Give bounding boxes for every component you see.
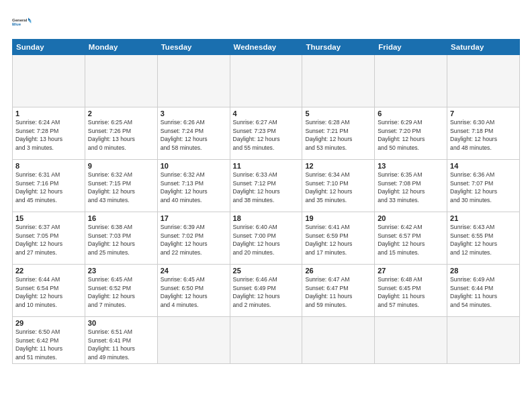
calendar-table: SundayMondayTuesdayWednesdayThursdayFrid… (12, 39, 520, 364)
day-info: Sunrise: 6:35 AM Sunset: 7:08 PM Dayligh… (378, 171, 444, 204)
svg-marker-3 (28, 20, 31, 23)
day-cell-4: 4Sunrise: 6:27 AM Sunset: 7:23 PM Daylig… (230, 107, 302, 160)
day-cell-10: 10Sunrise: 6:32 AM Sunset: 7:13 PM Dayli… (157, 160, 230, 212)
day-info: Sunrise: 6:28 AM Sunset: 7:21 PM Dayligh… (305, 118, 371, 152)
day-number: 27 (378, 267, 444, 275)
day-info: Sunrise: 6:27 AM Sunset: 7:23 PM Dayligh… (233, 118, 300, 152)
day-info: Sunrise: 6:43 AM Sunset: 6:55 PM Dayligh… (450, 223, 517, 257)
day-number: 9 (88, 162, 154, 170)
page: GeneralBlue SundayMondayTuesdayWednesday… (0, 0, 532, 411)
calendar-header-row: SundayMondayTuesdayWednesdayThursdayFrid… (13, 40, 520, 55)
day-number: 8 (15, 162, 82, 170)
day-number: 30 (88, 319, 154, 327)
day-cell-11: 11Sunrise: 6:33 AM Sunset: 7:12 PM Dayli… (230, 160, 302, 212)
day-cell-26: 26Sunrise: 6:47 AM Sunset: 6:47 PM Dayli… (302, 265, 375, 317)
week-row-4: 15Sunrise: 6:37 AM Sunset: 7:05 PM Dayli… (13, 212, 520, 265)
week-row-2: 1Sunrise: 6:24 AM Sunset: 7:28 PM Daylig… (13, 107, 520, 160)
day-info: Sunrise: 6:36 AM Sunset: 7:07 PM Dayligh… (450, 171, 517, 204)
day-cell-25: 25Sunrise: 6:46 AM Sunset: 6:49 PM Dayli… (230, 265, 302, 317)
svg-text:General: General (12, 18, 28, 22)
day-cell-24: 24Sunrise: 6:45 AM Sunset: 6:50 PM Dayli… (157, 265, 230, 317)
day-cell-12: 12Sunrise: 6:34 AM Sunset: 7:10 PM Dayli… (302, 160, 375, 212)
day-info: Sunrise: 6:38 AM Sunset: 7:03 PM Dayligh… (88, 223, 154, 257)
day-info: Sunrise: 6:40 AM Sunset: 7:00 PM Dayligh… (233, 223, 300, 257)
day-info: Sunrise: 6:45 AM Sunset: 6:52 PM Dayligh… (88, 275, 154, 309)
day-number: 28 (450, 267, 517, 275)
day-number: 1 (15, 109, 82, 118)
day-cell-1: 1Sunrise: 6:24 AM Sunset: 7:28 PM Daylig… (13, 107, 85, 160)
day-number: 24 (161, 267, 227, 275)
day-info: Sunrise: 6:39 AM Sunset: 7:02 PM Dayligh… (161, 223, 227, 257)
day-number: 29 (15, 319, 82, 327)
day-cell-29: 29Sunrise: 6:50 AM Sunset: 6:42 PM Dayli… (13, 317, 85, 364)
day-cell-21: 21Sunrise: 6:43 AM Sunset: 6:55 PM Dayli… (447, 212, 520, 265)
day-number: 20 (378, 214, 444, 222)
day-cell-22: 22Sunrise: 6:44 AM Sunset: 6:54 PM Dayli… (13, 265, 85, 317)
empty-cell (302, 55, 375, 107)
col-header-thursday: Thursday (302, 40, 375, 55)
week-row-3: 8Sunrise: 6:31 AM Sunset: 7:16 PM Daylig… (13, 160, 520, 212)
day-cell-9: 9Sunrise: 6:32 AM Sunset: 7:15 PM Daylig… (85, 160, 157, 212)
day-cell-17: 17Sunrise: 6:39 AM Sunset: 7:02 PM Dayli… (157, 212, 230, 265)
day-number: 15 (15, 214, 82, 222)
empty-cell (230, 55, 302, 107)
day-number: 6 (378, 109, 444, 118)
day-info: Sunrise: 6:41 AM Sunset: 6:59 PM Dayligh… (305, 223, 371, 257)
day-info: Sunrise: 6:46 AM Sunset: 6:49 PM Dayligh… (233, 275, 300, 309)
day-number: 23 (88, 267, 154, 275)
day-info: Sunrise: 6:32 AM Sunset: 7:15 PM Dayligh… (88, 171, 154, 204)
logo-icon: GeneralBlue (12, 12, 32, 32)
empty-cell (157, 317, 230, 364)
empty-cell (157, 55, 230, 107)
day-number: 4 (233, 109, 300, 118)
svg-marker-2 (28, 17, 31, 20)
day-number: 7 (450, 109, 517, 118)
day-info: Sunrise: 6:24 AM Sunset: 7:28 PM Dayligh… (15, 118, 82, 152)
day-number: 17 (161, 214, 227, 222)
day-number: 2 (88, 109, 154, 118)
day-number: 3 (161, 109, 227, 118)
day-info: Sunrise: 6:30 AM Sunset: 7:18 PM Dayligh… (450, 118, 517, 152)
day-info: Sunrise: 6:42 AM Sunset: 6:57 PM Dayligh… (378, 223, 444, 257)
col-header-wednesday: Wednesday (230, 40, 302, 55)
day-cell-27: 27Sunrise: 6:48 AM Sunset: 6:45 PM Dayli… (375, 265, 447, 317)
day-cell-8: 8Sunrise: 6:31 AM Sunset: 7:16 PM Daylig… (13, 160, 85, 212)
day-number: 26 (305, 267, 371, 275)
day-info: Sunrise: 6:33 AM Sunset: 7:12 PM Dayligh… (233, 171, 300, 204)
day-info: Sunrise: 6:44 AM Sunset: 6:54 PM Dayligh… (15, 275, 82, 309)
day-cell-30: 30Sunrise: 6:51 AM Sunset: 6:41 PM Dayli… (85, 317, 157, 364)
day-cell-16: 16Sunrise: 6:38 AM Sunset: 7:03 PM Dayli… (85, 212, 157, 265)
day-info: Sunrise: 6:31 AM Sunset: 7:16 PM Dayligh… (15, 171, 82, 204)
day-info: Sunrise: 6:34 AM Sunset: 7:10 PM Dayligh… (305, 171, 371, 204)
day-cell-2: 2Sunrise: 6:25 AM Sunset: 7:26 PM Daylig… (85, 107, 157, 160)
day-number: 14 (450, 162, 517, 170)
empty-cell (447, 317, 520, 364)
empty-cell (230, 317, 302, 364)
day-number: 22 (15, 267, 82, 275)
day-cell-18: 18Sunrise: 6:40 AM Sunset: 7:00 PM Dayli… (230, 212, 302, 265)
day-number: 11 (233, 162, 300, 170)
day-number: 21 (450, 214, 517, 222)
empty-cell (302, 317, 375, 364)
day-number: 5 (305, 109, 371, 118)
empty-cell (447, 55, 520, 107)
svg-text:Blue: Blue (12, 22, 21, 26)
day-cell-19: 19Sunrise: 6:41 AM Sunset: 6:59 PM Dayli… (302, 212, 375, 265)
day-number: 16 (88, 214, 154, 222)
col-header-friday: Friday (375, 40, 447, 55)
day-info: Sunrise: 6:26 AM Sunset: 7:24 PM Dayligh… (161, 118, 227, 152)
day-info: Sunrise: 6:51 AM Sunset: 6:41 PM Dayligh… (88, 328, 154, 361)
day-cell-5: 5Sunrise: 6:28 AM Sunset: 7:21 PM Daylig… (302, 107, 375, 160)
day-cell-20: 20Sunrise: 6:42 AM Sunset: 6:57 PM Dayli… (375, 212, 447, 265)
day-cell-15: 15Sunrise: 6:37 AM Sunset: 7:05 PM Dayli… (13, 212, 85, 265)
day-info: Sunrise: 6:37 AM Sunset: 7:05 PM Dayligh… (15, 223, 82, 257)
day-info: Sunrise: 6:25 AM Sunset: 7:26 PM Dayligh… (88, 118, 154, 152)
day-number: 25 (233, 267, 300, 275)
empty-cell (375, 317, 447, 364)
empty-cell (85, 55, 157, 107)
empty-cell (375, 55, 447, 107)
week-row-5: 22Sunrise: 6:44 AM Sunset: 6:54 PM Dayli… (13, 265, 520, 317)
day-number: 13 (378, 162, 444, 170)
day-info: Sunrise: 6:47 AM Sunset: 6:47 PM Dayligh… (305, 275, 371, 309)
logo: GeneralBlue (12, 12, 32, 32)
